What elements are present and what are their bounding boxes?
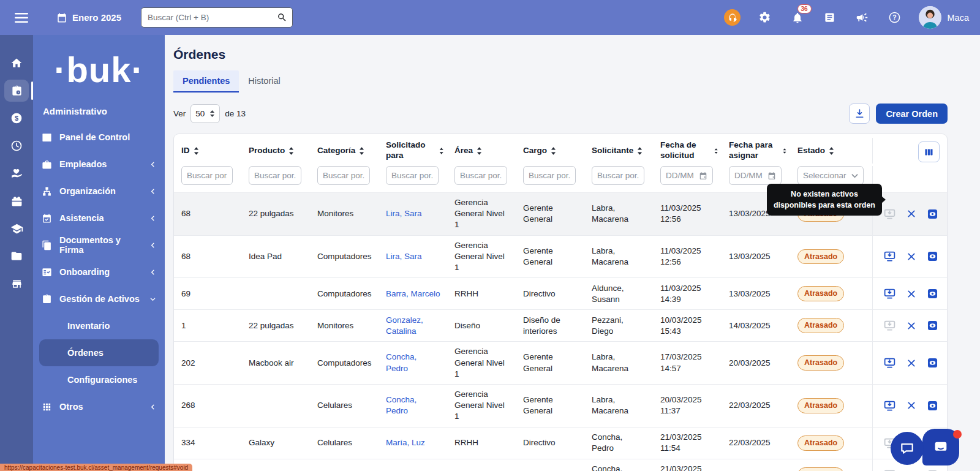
sidebar-item-gestion-de-activos[interactable]: Gestión de Activos [33,285,165,312]
global-search[interactable] [141,7,293,28]
filter-fecha-asignar-date[interactable]: DD/MM [729,166,782,185]
cell-solicitado-link[interactable]: Lira, Sara [379,247,447,266]
column-header-area[interactable]: Área [447,146,516,156]
period-selector[interactable]: Enero 2025 [56,12,121,23]
column-header-producto[interactable]: Producto [241,146,310,156]
pagesize-select[interactable]: 50 [190,104,220,123]
rail-asset-management-button[interactable] [4,80,29,102]
column-header-id[interactable]: ID [174,146,241,156]
assign-asset-icon[interactable] [883,356,896,369]
sidebar-item-panel-de-control[interactable]: Panel de Control [33,124,165,151]
user-name: Maca [948,13,969,23]
filter-solicitado-input[interactable] [386,166,439,185]
assign-asset-icon[interactable] [883,399,896,412]
cancel-order-icon[interactable] [907,321,916,331]
export-button[interactable] [849,104,870,124]
table-row[interactable]: 202 Macbook air Computadores Concha, Ped… [174,341,947,384]
help-button[interactable]: ? [886,9,903,26]
rail-home-button[interactable] [4,52,29,74]
search-input[interactable] [148,13,277,22]
cell-categoria: Computadores [310,284,379,304]
messenger-widget-button[interactable] [922,429,959,465]
filter-solicitante-input[interactable] [592,166,644,185]
column-header-solicitante[interactable]: Solicitante [584,146,653,156]
table-row[interactable]: 68 Idea Pad Computadores Lira, Sara Gere… [174,235,947,278]
filter-producto-input[interactable] [249,166,301,185]
sidebar-item-organizacion[interactable]: Organización [33,178,165,205]
row-actions [872,236,948,278]
cell-solicitado-link[interactable]: Lira, Sara [379,204,447,224]
notifications-button[interactable]: 36 [789,9,806,26]
table-row[interactable]: 1 22 pulgadas Monitores Gonzalez, Catali… [174,309,947,341]
cancel-order-icon[interactable] [907,209,916,219]
cancel-order-icon[interactable] [907,289,916,299]
cancel-order-icon[interactable] [907,252,916,262]
user-menu[interactable]: Maca [919,6,969,29]
rail-gifts-button[interactable] [4,190,29,212]
menu-toggle-button[interactable] [11,7,32,28]
view-order-icon[interactable] [927,357,938,369]
table-row[interactable]: 268 Celulares Concha, Pedro Gerencia Gen… [174,384,947,427]
filter-fecha-solicitud-date[interactable]: DD/MM [660,166,713,185]
view-order-icon[interactable] [927,288,938,300]
cancel-order-icon[interactable] [907,401,916,410]
view-order-icon[interactable] [927,251,938,262]
sidebar-item-documentos-y-firma[interactable]: Documentos y Firma [33,232,165,258]
cell-solicitado-link[interactable]: María, Luz [379,465,447,471]
chat-widget-button[interactable] [891,432,924,465]
view-order-icon[interactable] [927,208,938,220]
column-header-categoria[interactable]: Categoría [310,146,379,156]
changelog-button[interactable] [821,9,839,26]
sort-icon [439,147,443,155]
column-header-fecha-solicitud[interactable]: Fecha de solicitud [653,140,722,161]
table-row[interactable]: 69 Computadores Barra, Marcelo RRHH Dire… [174,277,947,309]
assign-asset-icon[interactable] [883,208,896,220]
rail-attendance-button[interactable] [4,135,29,157]
column-header-solicitado-para[interactable]: Solicitado para [379,140,447,161]
view-order-icon[interactable] [927,400,938,412]
sidebar-item-asistencia[interactable]: Asistencia [33,205,165,232]
announcements-button[interactable] [854,9,871,26]
cell-solicitado-link[interactable]: Barra, Marcelo [379,284,447,304]
rail-remunerations-button[interactable]: $ [4,107,29,129]
support-button[interactable] [724,9,741,26]
filter-cargo-input[interactable] [523,166,576,185]
tab-pendientes[interactable]: Pendientes [173,70,239,92]
table-row[interactable]: 334 22 pulgadas Monitores María, Luz RRH… [174,459,947,471]
cancel-order-icon[interactable] [907,358,916,368]
column-header-fecha-asignar[interactable]: Fecha para asignar [722,140,790,161]
rail-training-button[interactable] [4,217,29,239]
column-picker-button[interactable] [918,141,940,162]
table-row[interactable]: 334 Galaxy Celulares María, Luz RRHH Dir… [174,427,947,459]
filter-estado-select[interactable]: Seleccionar [797,166,864,185]
assign-asset-icon[interactable] [883,250,896,263]
sidebar-item-label: Empleados [59,159,142,169]
create-order-button[interactable]: Crear Orden [876,104,948,124]
cell-solicitado-link[interactable]: Concha, Pedro [379,390,447,421]
column-header-estado[interactable]: Estado [790,146,872,156]
tab-historial[interactable]: Historial [239,70,289,92]
cell-solicitado-link[interactable]: María, Luz [379,433,447,453]
view-order-icon[interactable] [927,469,938,471]
cell-solicitado-link[interactable]: Gonzalez, Catalina [379,311,447,341]
sidebar-item-otros[interactable]: Otros [33,393,165,420]
sidebar-item-empleados[interactable]: Empleados [33,151,165,178]
settings-button[interactable] [756,9,774,26]
view-order-icon[interactable] [927,320,938,331]
filter-categoria-input[interactable] [317,166,370,185]
sidebar-subitem-ordenes[interactable]: Órdenes [39,339,159,366]
cell-solicitado-link[interactable]: Concha, Pedro [379,347,447,378]
assign-asset-icon[interactable] [883,287,896,300]
cell-solicitante: Labra, Macarena [584,347,653,378]
filter-area-input[interactable] [454,166,507,185]
rail-benefits-button[interactable] [4,162,29,184]
sidebar-item-onboarding[interactable]: Onboarding [33,258,165,285]
rail-documents-button[interactable] [4,245,29,267]
sidebar-subitem-configuraciones[interactable]: Configuraciones [39,366,159,393]
sidebar-subitem-inventario[interactable]: Inventario [39,312,159,339]
rail-marketplace-button[interactable] [4,273,29,295]
assign-asset-icon[interactable] [883,469,896,471]
column-header-cargo[interactable]: Cargo [516,146,584,156]
assign-asset-icon[interactable] [883,319,896,332]
filter-id-input[interactable] [181,166,233,185]
